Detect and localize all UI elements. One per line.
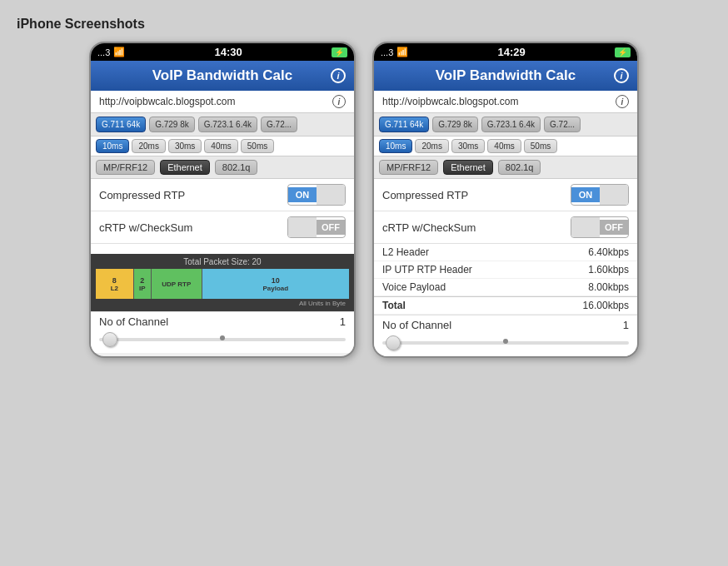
codec-btn-3-1[interactable]: G.72... [261,117,297,132]
page-title: iPhone Screenshots [17,17,711,32]
ip-num-1: 2 [140,276,144,285]
stats-value-payload-2: 8.00kbps [588,281,629,293]
url-info-icon-2[interactable]: i [616,95,629,108]
crtp-checksum-toggle-2[interactable]: OFF [571,216,629,238]
wifi-icon-1: 📶 [113,47,125,57]
codec-btn-3-2[interactable]: G.72... [544,117,581,132]
packet-title-1: Total Packet Size: 20 [96,257,349,266]
rtp-label-1: UDP RTP [162,281,191,288]
codec-btn-2-1[interactable]: G.723.1 6.4k [198,117,257,132]
network-btn-0-1[interactable]: MP/FRF12 [96,160,155,175]
codec-btn-2-2[interactable]: G.723.1 6.4k [481,117,541,132]
channel-section-2: No of Channel 1 [374,315,637,356]
header-info-icon-1[interactable]: i [331,68,346,83]
channel-value-2: 1 [623,319,629,331]
time-2: 14:29 [498,46,526,58]
battery-icon-2: ⚡ [615,47,631,57]
time-btn-3-1[interactable]: 40ms [204,139,237,153]
compressed-rtp-label-1: Compressed RTP [99,189,185,201]
slider-thumb-2[interactable] [386,335,401,350]
channel-label-2: No of Channel [382,319,451,331]
slider-thumb-1[interactable] [102,332,117,347]
codec-btn-0-2[interactable]: G.711 64k [379,117,429,132]
slider-dot-2 [503,339,508,344]
phone-1: ...3 📶 14:30 ⚡ VoIP Bandwidth Calc i htt… [89,42,356,358]
time-btn-4-2[interactable]: 50ms [524,139,557,153]
header-info-icon-2[interactable]: i [614,68,629,83]
time-row-1: 10ms 20ms 30ms 40ms 50ms [91,137,354,156]
channel-row-1: No of Channel 1 [99,315,346,328]
packet-bar-payload-1: 10 Payload [202,269,349,299]
status-bar-1: ...3 📶 14:30 ⚡ [91,43,354,61]
crtp-checksum-label-2: cRTP w/CheckSum [382,221,476,234]
compressed-rtp-toggle-1[interactable]: ON [287,184,346,206]
stats-value-l2-2: 6.40kbps [588,246,629,258]
channel-label-1: No of Channel [99,315,168,328]
app-header-2: VoIP Bandwidth Calc i [374,61,637,91]
phone-2: ...3 📶 14:29 ⚡ VoIP Bandwidth Calc i htt… [372,42,639,358]
stats-row-payload-2: Voice Payload 8.00kbps [374,279,637,296]
signal-text-1: ...3 [97,47,110,57]
compressed-rtp-row-1: Compressed RTP ON [91,179,354,211]
slider-track-1[interactable] [99,338,346,341]
slider-dot-1 [220,335,225,340]
packet-bar-l2-1: 8 L2 [96,269,134,299]
stats-row-l2-2: L2 Header 6.40kbps [374,244,637,261]
toggle-off-label-2: OFF [600,220,628,235]
compressed-rtp-label-2: Compressed RTP [382,189,468,201]
codec-row-1: G.711 64k G.729 8k G.723.1 6.4k G.72... [91,113,354,137]
network-btn-0-2[interactable]: MP/FRF12 [379,160,438,175]
signal-text-2: ...3 [381,47,393,57]
toggle-on-label-2: ON [571,187,600,202]
stats-section-2: L2 Header 6.40kbps IP UTP RTP Header 1.6… [374,244,637,315]
network-btn-1-2[interactable]: Ethernet [443,160,493,175]
toggle-off-part-2 [600,185,628,205]
packet-bar-rtp-1: UDP RTP [152,269,202,299]
channel-value-1: 1 [340,315,346,328]
toggle-on-label-1: ON [288,187,317,202]
time-btn-4-1[interactable]: 50ms [241,139,274,153]
time-btn-1-1[interactable]: 20ms [132,139,165,153]
url-info-icon-1[interactable]: i [332,95,346,108]
time-btn-3-2[interactable]: 40ms [487,139,521,153]
compressed-rtp-row-2: Compressed RTP ON [374,179,637,211]
time-btn-0-2[interactable]: 10ms [379,139,412,153]
stats-value-ip-2: 1.60kbps [588,264,629,276]
app-header-1: VoIP Bandwidth Calc i [91,61,354,91]
url-bar-2: http://voipbwcalc.blogspot.com i [374,91,637,113]
time-btn-2-1[interactable]: 30ms [168,139,202,153]
network-btn-1-1[interactable]: Ethernet [160,160,210,175]
codec-btn-1-1[interactable]: G.729 8k [149,117,195,132]
time-row-2: 10ms 20ms 30ms 40ms 50ms [374,137,637,156]
time-1: 14:30 [215,46,242,58]
l2-label-1: L2 [111,285,118,292]
payload-num-1: 10 [272,276,280,285]
network-row-2: MP/FRF12 Ethernet 802.1q [374,156,637,179]
channel-section-1: No of Channel 1 [91,311,354,353]
screenshots-container: ...3 📶 14:30 ⚡ VoIP Bandwidth Calc i htt… [17,42,711,358]
url-bar-1: http://voipbwcalc.blogspot.com i [91,91,354,113]
battery-icon-1: ⚡ [332,47,347,57]
ip-label-1: IP [139,285,146,292]
l2-num-1: 8 [112,276,117,285]
stats-label-total-2: Total [382,300,406,311]
toggle-off-part-1 [317,185,345,205]
time-btn-1-2[interactable]: 20ms [415,139,448,153]
codec-btn-0-1[interactable]: G.711 64k [96,117,146,132]
stats-label-ip-2: IP UTP RTP Header [382,264,472,276]
packet-bar-ip-1: 2 IP [134,269,152,299]
codec-btn-1-2[interactable]: G.729 8k [432,117,478,132]
time-btn-2-2[interactable]: 30ms [451,139,485,153]
time-btn-0-1[interactable]: 10ms [96,139,129,153]
network-btn-2-1[interactable]: 802.1q [215,160,258,175]
crtp-checksum-toggle-1[interactable]: OFF [287,216,346,238]
channel-row-2: No of Channel 1 [382,319,629,331]
compressed-rtp-toggle-2[interactable]: ON [571,184,629,206]
payload-label-1: Payload [262,285,288,292]
signal-area-2: ...3 📶 [381,47,408,57]
stats-value-total-2: 16.00kbps [583,300,629,311]
network-btn-2-2[interactable]: 802.1q [498,160,541,175]
slider-track-2[interactable] [382,341,629,345]
toggle-off-label-1: OFF [317,220,345,235]
wifi-icon-2: 📶 [396,47,408,57]
